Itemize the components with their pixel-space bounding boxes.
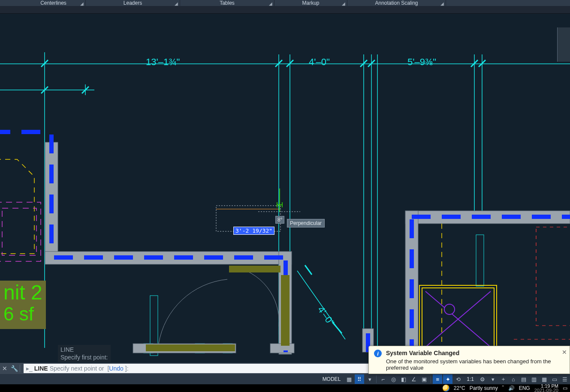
expand-icon[interactable]: ◢ <box>269 1 272 6</box>
model-space-button[interactable]: MODEL <box>320 374 344 384</box>
notifications-icon[interactable]: ▭ <box>563 385 567 391</box>
room-tag-area: 6 sf <box>3 303 42 326</box>
dynamic-angle-readout: 8° <box>275 216 284 224</box>
close-icon[interactable]: ✕ <box>562 349 567 356</box>
svg-rect-59 <box>229 266 280 272</box>
volume-icon[interactable]: 🔊 <box>508 385 515 391</box>
workspace-icon[interactable]: ⌂ <box>509 374 518 384</box>
svg-rect-50 <box>2 208 36 255</box>
osnap-tooltip: Perpendicular <box>287 219 325 227</box>
isodraft-icon[interactable]: ◧ <box>399 374 408 384</box>
polar-icon[interactable]: ◎ <box>389 374 398 384</box>
add-scale-icon[interactable]: ＋ <box>498 374 508 384</box>
balloon-title: System Variable Changed <box>386 350 564 356</box>
status-bar: MODEL ▦ ⠿ ▾ ⌐ ◎ ◧ ∠ ▣ ≡ ✦ ⟲ 1:1 ⚙ ▾ ＋ ⌂ … <box>0 374 570 384</box>
hardware-accel-icon[interactable]: ▦ <box>540 374 549 384</box>
taskbar-weather[interactable]: Partly sunny <box>470 385 498 391</box>
drawing-canvas[interactable]: 13'–1¾" 4'–0" 5'–9⅜" 4'–0" 3'-2 19/32" 8… <box>0 14 570 363</box>
ribbon-group-markup[interactable]: Markup◢ <box>274 0 347 6</box>
expand-icon[interactable]: ◢ <box>440 1 444 6</box>
lineweight-icon[interactable]: ≡ <box>433 374 442 384</box>
expand-icon[interactable]: ◢ <box>342 1 345 6</box>
customize-icon[interactable]: 🔧 <box>9 365 19 372</box>
menu-icon[interactable]: ☰ <box>560 374 570 384</box>
close-icon[interactable]: ✕ <box>0 365 9 372</box>
svg-rect-58 <box>146 344 235 351</box>
taskbar-clock[interactable]: 1:19 PM 2021-09-20 <box>534 384 558 392</box>
dim-text-1: 13'–1¾" <box>146 57 180 67</box>
taskbar-temp[interactable]: 22°C <box>454 385 465 391</box>
ribbon-group-centerlines[interactable]: Centerlines◢ <box>21 0 86 6</box>
room-tag: nit 2 6 sf <box>0 281 46 329</box>
ribbon-group-leaders[interactable]: Leaders◢ <box>86 0 180 6</box>
svg-rect-57 <box>281 275 290 346</box>
svg-rect-55 <box>536 227 570 326</box>
balloon-body: One of the monitored system variables ha… <box>386 358 564 371</box>
expand-icon[interactable]: ◢ <box>175 1 178 6</box>
windows-taskbar: 22°C Partly sunny ˆ 🔊 ENG 1:19 PM 2021-0… <box>0 384 570 392</box>
ortho-icon[interactable]: ⌐ <box>378 374 388 384</box>
anno-scale-button[interactable]: 1:1 <box>464 374 477 384</box>
taskbar-lang[interactable]: ENG <box>519 385 530 391</box>
file-tab-strip[interactable] <box>0 6 570 14</box>
sysvar-balloon: i ✕ System Variable Changed One of the m… <box>368 346 570 374</box>
grid-icon[interactable]: ▦ <box>344 374 354 384</box>
weather-icon[interactable] <box>443 385 449 392</box>
dropdown-icon[interactable]: ▾ <box>365 374 374 384</box>
units-icon[interactable]: ▥ <box>529 374 539 384</box>
gear-icon[interactable]: ⚙ <box>478 374 487 384</box>
ribbon-group-annotation-scaling[interactable]: Annotation Scaling◢ <box>347 0 446 6</box>
dropdown-icon[interactable]: ▾ <box>488 374 498 384</box>
ribbon-group-tables[interactable]: Tables◢ <box>180 0 274 6</box>
room-tag-title: nit 2 <box>3 282 42 303</box>
transparency-icon[interactable]: ✦ <box>443 374 452 384</box>
otrack-icon[interactable]: ∠ <box>409 374 419 384</box>
dim-text-2: 4'–0" <box>309 57 330 67</box>
svg-line-21 <box>305 265 312 275</box>
svg-rect-25 <box>476 235 484 286</box>
svg-point-54 <box>444 304 455 314</box>
navigation-bar[interactable] <box>557 27 570 62</box>
anno-monitor-icon[interactable]: ▤ <box>519 374 528 384</box>
expand-icon[interactable]: ◢ <box>80 1 84 6</box>
svg-line-22 <box>332 322 342 333</box>
chevron-up-icon[interactable]: ˆ <box>502 385 504 391</box>
dim-text-3: 5'–9⅜" <box>407 57 436 67</box>
osnap-icon[interactable]: ▣ <box>419 374 429 384</box>
dynamic-distance-input[interactable]: 3'-2 19/32" <box>233 227 274 235</box>
drawing-svg: 13'–1¾" 4'–0" 5'–9⅜" 4'–0" <box>0 14 570 363</box>
info-icon: i <box>374 350 382 357</box>
cycling-icon[interactable]: ⟲ <box>453 374 463 384</box>
ribbon: Centerlines◢Leaders◢Tables◢Markup◢Annota… <box>0 0 570 6</box>
svg-rect-33 <box>45 251 292 264</box>
command-history-overlay: LINE Specify first point: <box>58 345 111 362</box>
snap-mode-icon[interactable]: ⠿ <box>355 374 364 384</box>
clean-screen-icon[interactable]: ▭ <box>550 374 559 384</box>
